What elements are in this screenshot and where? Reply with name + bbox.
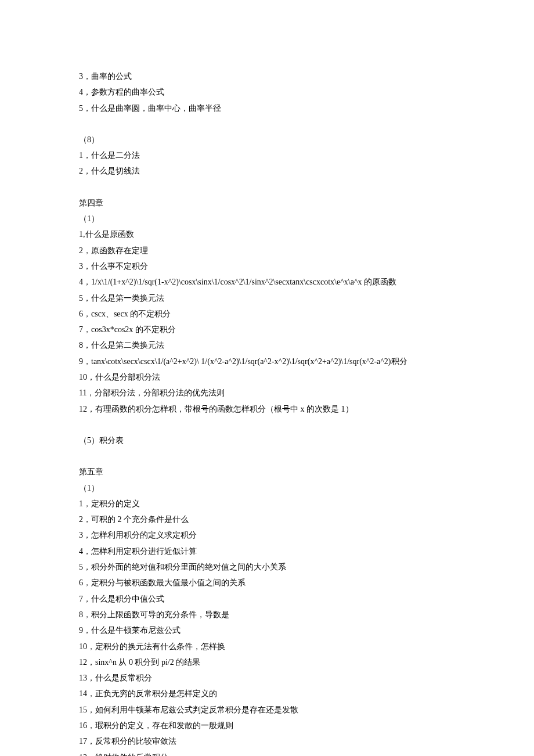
text-line: 2，什么是切线法	[79, 163, 455, 179]
text-line: （1）	[79, 480, 455, 496]
text-line: 10，定积分的换元法有什么条件，怎样换	[79, 639, 455, 654]
text-line: 第五章	[79, 464, 455, 480]
text-line: 1，定积分的定义	[79, 496, 455, 512]
text-line: 4，1/x\1/(1+x^2)\1/sqr(1-x^2)\cosx\sinx\1…	[79, 274, 455, 290]
text-line: 1，什么是二分法	[79, 147, 455, 163]
text-line: 4，参数方程的曲率公式	[79, 84, 455, 100]
text-line: （1）	[79, 211, 455, 226]
text-line: 11，分部积分法，分部积分法的优先法则	[79, 385, 455, 401]
text-line: 5，什么是曲率圆，曲率中心，曲率半径	[79, 100, 455, 116]
text-line: 7，什么是积分中值公式	[79, 591, 455, 607]
text-line: 2，可积的 2 个充分条件是什么	[79, 512, 455, 527]
text-line: 4，怎样利用定积分进行近似计算	[79, 543, 455, 559]
text-line: 2，原函数存在定理	[79, 243, 455, 258]
blank-line	[79, 448, 455, 464]
text-line: 3，怎样利用积分的定义求定积分	[79, 527, 455, 543]
text-line: 13，什么是反常积分	[79, 670, 455, 686]
text-line: 8，什么是第二类换元法	[79, 337, 455, 353]
text-line: 9，tanx\cotx\secx\cscx\1/(a^2+x^2)\ 1/(x^…	[79, 354, 455, 369]
text-line: 17，反常积分的比较审敛法	[79, 733, 455, 749]
text-line: 14，正负无穷的反常积分是怎样定义的	[79, 686, 455, 701]
text-line: 12，sinx^n 从 0 积分到 pi/2 的结果	[79, 654, 455, 670]
text-line: 9，什么是牛顿莱布尼兹公式	[79, 622, 455, 638]
text-line: 6，定积分与被积函数最大值最小值之间的关系	[79, 575, 455, 591]
text-line: 3，什么事不定积分	[79, 258, 455, 274]
text-line: 1,什么是原函数	[79, 226, 455, 242]
text-line: 6，cscx、secx 的不定积分	[79, 306, 455, 322]
blank-line	[79, 116, 455, 132]
text-line: 5，积分外面的绝对值和积分里面的绝对值之间的大小关系	[79, 559, 455, 575]
text-line: 8，积分上限函数可导的充分条件，导数是	[79, 607, 455, 622]
blank-line	[79, 417, 455, 433]
text-line: 7，cos3x*cos2x 的不定积分	[79, 322, 455, 337]
text-line: 16，瑕积分的定义，存在和发散的一般规则	[79, 718, 455, 733]
blank-line	[79, 179, 455, 195]
text-line: （8）	[79, 132, 455, 147]
text-line: 3，曲率的公式	[79, 69, 455, 84]
text-line: 10，什么是分部积分法	[79, 369, 455, 385]
text-line: 13，绝对收敛的反常积分	[79, 750, 455, 756]
text-line: 12，有理函数的积分怎样积，带根号的函数怎样积分（根号中 x 的次数是 1）	[79, 401, 455, 417]
text-line: 第四章	[79, 195, 455, 211]
text-line: 5，什么是第一类换元法	[79, 290, 455, 306]
text-line: （5）积分表	[79, 433, 455, 448]
text-line: 15，如何利用牛顿莱布尼兹公式判定反常积分是存在还是发散	[79, 702, 455, 718]
